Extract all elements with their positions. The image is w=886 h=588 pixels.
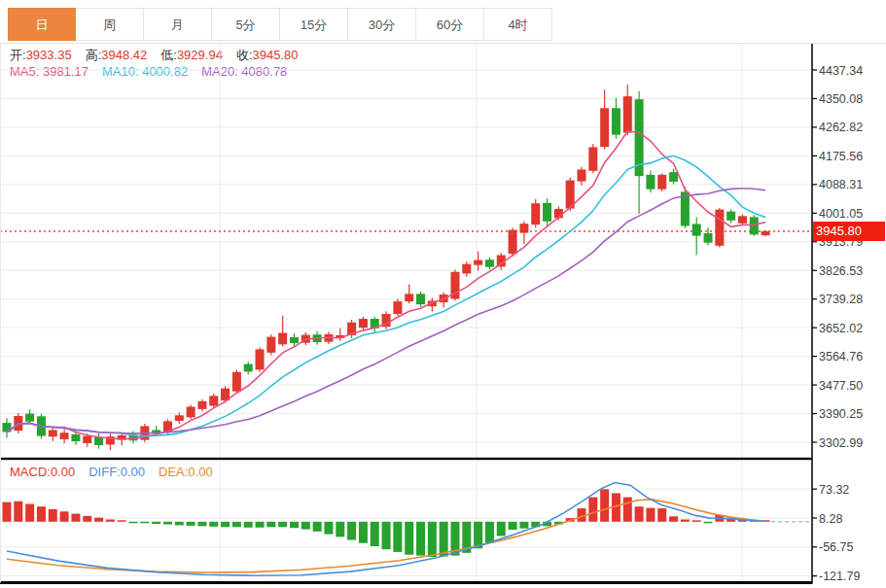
- macd-bar: [60, 511, 69, 522]
- macd-bar: [519, 522, 528, 529]
- macd-bar: [266, 522, 275, 527]
- candle-body: [256, 349, 265, 369]
- candle-body: [738, 216, 747, 223]
- macd-bar: [118, 520, 126, 522]
- macd-panel-bottom-border: [0, 581, 812, 584]
- macd-bar: [497, 522, 506, 536]
- axis-labels: 4437.344350.084262.824175.564088.314001.…: [812, 64, 863, 584]
- candle-body: [474, 260, 482, 265]
- axis-label: 4001.05: [819, 207, 863, 221]
- macd-bar: [175, 522, 184, 526]
- macd-bar: [221, 522, 230, 527]
- candle-body: [266, 337, 275, 353]
- kline-widget: 日周月5分15分30分60分4时 开:3933.35高:3948.42低:392…: [0, 0, 886, 588]
- macd-bar: [187, 522, 195, 526]
- macd-bar: [25, 503, 34, 521]
- candle-body: [715, 210, 724, 246]
- candle-body: [209, 396, 218, 405]
- candle-body: [393, 301, 402, 314]
- candle-body: [588, 147, 597, 170]
- macd-bar: [692, 520, 701, 522]
- axis-label: 3302.99: [819, 436, 863, 450]
- macd-bar: [129, 522, 138, 524]
- candle-body: [531, 203, 540, 225]
- axis-label: 8.28: [819, 512, 842, 526]
- main-panel-bottom-border: [0, 458, 812, 460]
- candle-body: [543, 203, 551, 222]
- current-price-value: 3945.80: [816, 224, 862, 238]
- macd-bar: [232, 522, 241, 527]
- candle-body: [244, 364, 253, 372]
- candle-body: [623, 96, 632, 132]
- candle-body: [359, 319, 368, 328]
- macd-bar: [657, 508, 666, 522]
- macd-bar: [635, 506, 644, 522]
- macd-bar: [382, 522, 391, 549]
- candle-body: [704, 233, 713, 243]
- macd-bar: [83, 516, 91, 522]
- macd-bar: [336, 522, 344, 537]
- candle-body: [485, 259, 494, 266]
- macd-bar: [588, 498, 597, 522]
- macd-bar: [197, 522, 206, 527]
- candle-body: [600, 108, 609, 147]
- macd-bar: [704, 522, 713, 524]
- macd-bar: [278, 522, 287, 527]
- candle-body: [405, 294, 413, 301]
- macd-bar: [290, 522, 299, 528]
- axis-label: 4175.56: [819, 150, 863, 163]
- candle-body: [187, 407, 195, 418]
- macd-bar: [359, 522, 368, 543]
- candle-body: [509, 230, 517, 255]
- macd-bar: [49, 509, 57, 522]
- candle-body: [290, 337, 299, 343]
- axis-label: 3652.02: [819, 322, 863, 335]
- macd-bar: [324, 522, 333, 535]
- candle-body: [762, 231, 770, 235]
- macd-bar: [600, 489, 609, 521]
- macd-bar: [440, 522, 448, 557]
- macd-bar: [140, 522, 149, 524]
- axis-label: -56.75: [819, 540, 853, 554]
- candle-body: [49, 431, 57, 437]
- macd-bar: [646, 508, 655, 522]
- axis-label: 3564.76: [819, 350, 863, 363]
- macd-bar: [393, 522, 402, 552]
- macd-bar: [106, 520, 115, 522]
- candle-body: [669, 172, 678, 182]
- axis-label: 3826.53: [819, 264, 863, 278]
- macd-bar: [681, 520, 690, 522]
- macd-bar: [14, 502, 22, 522]
- axis-label: 3390.25: [819, 407, 863, 421]
- axis-label: 3477.50: [819, 379, 863, 393]
- macd-bar: [509, 522, 517, 530]
- kline-chart[interactable]: 4437.344350.084262.824175.564088.314001.…: [0, 0, 886, 588]
- macd-bar: [152, 522, 160, 524]
- macd-bar: [3, 502, 12, 522]
- candle-body: [727, 212, 735, 221]
- macd-bar: [94, 518, 103, 522]
- axis-label: 73.32: [819, 483, 849, 497]
- macd-bar: [347, 522, 356, 540]
- candle-body: [612, 108, 620, 134]
- macd-bar: [37, 506, 46, 522]
- macd-bar: [669, 516, 678, 521]
- macd-bar: [371, 522, 379, 546]
- candle-body: [175, 415, 184, 421]
- macd-bar: [313, 522, 322, 532]
- candle-body: [750, 217, 759, 234]
- macd-bar: [163, 522, 172, 525]
- ma20-line: [7, 189, 765, 433]
- candle-body: [657, 175, 666, 190]
- ma-lines: [7, 189, 765, 433]
- candle-body: [462, 264, 471, 274]
- candle-body: [83, 436, 91, 443]
- macd-bar: [256, 522, 265, 528]
- axes: [0, 44, 812, 584]
- axis-label: -121.79: [819, 570, 860, 583]
- candle-body: [692, 224, 701, 235]
- ma10-line: [7, 156, 765, 435]
- candle-body: [416, 294, 425, 304]
- macd-bar: [244, 522, 253, 528]
- current-price-tag: 3945.80: [813, 222, 885, 241]
